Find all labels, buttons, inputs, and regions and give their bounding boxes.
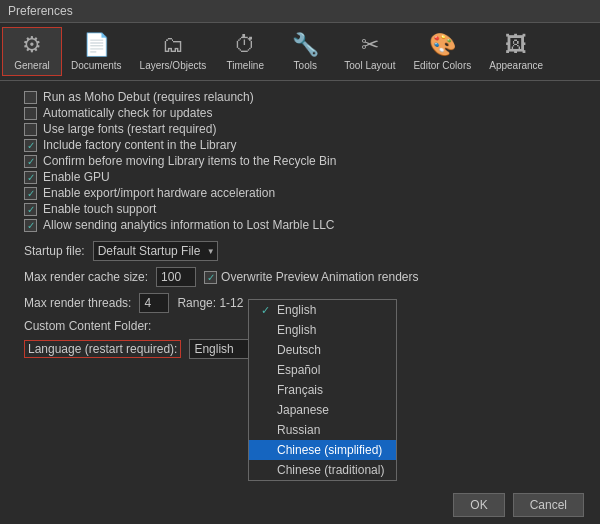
checkbox-row-run-debut: Run as Moho Debut (requires relaunch) [16,89,584,105]
language-dropdown: ✓ English English Deutsch Español França… [248,299,397,481]
check-english: ✓ [261,304,273,317]
startup-label: Startup file: [24,244,85,258]
checkbox-export-import[interactable]: ✓ [24,187,37,200]
dropdown-item-russian[interactable]: Russian [249,420,396,440]
editor-colors-label: Editor Colors [413,60,471,71]
toolbar-item-documents[interactable]: 📄 Documents [62,27,131,76]
overwrite-label: Overwrite Preview Animation renders [221,270,418,284]
checkbox-label-analytics: Allow sending analytics information to L… [43,218,334,232]
documents-icon: 📄 [83,32,110,58]
toolbar-item-editor-colors[interactable]: 🎨 Editor Colors [404,27,480,76]
ok-button[interactable]: OK [453,493,504,517]
checkbox-auto-check[interactable] [24,107,37,120]
cache-label: Max render cache size: [24,270,148,284]
dropdown-label-japanese: Japanese [277,403,329,417]
threads-label: Max render threads: [24,296,131,310]
checkbox-label-auto-check: Automatically check for updates [43,106,212,120]
checkbox-label-large-fonts: Use large fonts (restart required) [43,122,216,136]
appearance-icon: 🖼 [505,32,527,58]
checkbox-label-touch-support: Enable touch support [43,202,156,216]
overwrite-check-row: ✓ Overwrite Preview Animation renders [204,270,418,284]
tool-layout-icon: ✂ [361,32,379,58]
toolbar-item-appearance[interactable]: 🖼 Appearance [480,27,552,76]
dropdown-label-russian: Russian [277,423,320,437]
dropdown-item-chinese-traditional[interactable]: Chinese (traditional) [249,460,396,480]
editor-colors-icon: 🎨 [429,32,456,58]
dropdown-item-english[interactable]: ✓ English [249,300,396,320]
cache-row: Max render cache size: ✓ Overwrite Previ… [16,267,584,287]
checkbox-label-enable-gpu: Enable GPU [43,170,110,184]
dropdown-label-francais: Français [277,383,323,397]
bottom-buttons: OK Cancel [453,493,584,517]
toolbar: ⚙ General 📄 Documents 🗂 Layers/Objects ⏱… [0,23,600,81]
checkbox-row-factory-content: ✓ Include factory content in the Library [16,137,584,153]
layers-label: Layers/Objects [140,60,207,71]
checkbox-row-confirm-recycle: ✓ Confirm before moving Library items to… [16,153,584,169]
startup-file-row: Startup file: Default Startup File [16,241,584,261]
cache-input[interactable] [156,267,196,287]
dropdown-label-deutsch: Deutsch [277,343,321,357]
toolbar-item-timeline[interactable]: ⏱ Timeline [215,27,275,76]
dropdown-item-chinese-simplified[interactable]: Chinese (simplified) [249,440,396,460]
checkbox-row-export-import: ✓ Enable export/import hardware accelera… [16,185,584,201]
checkbox-label-confirm-recycle: Confirm before moving Library items to t… [43,154,336,168]
checkbox-touch-support[interactable]: ✓ [24,203,37,216]
appearance-label: Appearance [489,60,543,71]
checkbox-row-analytics: ✓ Allow sending analytics information to… [16,217,584,233]
content-area: Run as Moho Debut (requires relaunch) Au… [0,81,600,524]
startup-select[interactable]: Default Startup File [93,241,218,261]
checkbox-large-fonts[interactable] [24,123,37,136]
toolbar-item-tools[interactable]: 🔧 Tools [275,27,335,76]
tool-layout-label: Tool Layout [344,60,395,71]
custom-folder-label: Custom Content Folder: [24,319,151,333]
dropdown-item-deutsch[interactable]: Deutsch [249,340,396,360]
overwrite-checkbox[interactable]: ✓ [204,271,217,284]
dropdown-label-chinese-traditional: Chinese (traditional) [277,463,384,477]
tools-label: Tools [294,60,317,71]
range-label: Range: 1-12 [177,296,243,310]
checkbox-enable-gpu[interactable]: ✓ [24,171,37,184]
dropdown-item-japanese[interactable]: Japanese [249,400,396,420]
dropdown-label-espanol: Español [277,363,320,377]
dropdown-item-espanol[interactable]: Español [249,360,396,380]
tools-icon: 🔧 [292,32,319,58]
dropdown-item-english2[interactable]: English [249,320,396,340]
documents-label: Documents [71,60,122,71]
dropdown-label-english: English [277,303,316,317]
checkbox-row-auto-check: Automatically check for updates [16,105,584,121]
timeline-label: Timeline [227,60,264,71]
startup-select-wrapper: Default Startup File [93,241,218,261]
checkbox-row-enable-gpu: ✓ Enable GPU [16,169,584,185]
cancel-button[interactable]: Cancel [513,493,584,517]
checkbox-analytics[interactable]: ✓ [24,219,37,232]
toolbar-item-general[interactable]: ⚙ General [2,27,62,76]
toolbar-item-layers[interactable]: 🗂 Layers/Objects [131,27,216,76]
general-icon: ⚙ [22,32,42,58]
threads-input[interactable] [139,293,169,313]
checkbox-row-touch-support: ✓ Enable touch support [16,201,584,217]
title-bar: Preferences [0,0,600,23]
general-label: General [14,60,50,71]
checkbox-row-large-fonts: Use large fonts (restart required) [16,121,584,137]
dropdown-label-chinese-simplified: Chinese (simplified) [277,443,382,457]
toolbar-item-tool-layout[interactable]: ✂ Tool Layout [335,27,404,76]
checkbox-label-factory-content: Include factory content in the Library [43,138,236,152]
layers-icon: 🗂 [162,32,184,58]
dropdown-item-francais[interactable]: Français [249,380,396,400]
checkbox-label-run-debut: Run as Moho Debut (requires relaunch) [43,90,254,104]
checkbox-confirm-recycle[interactable]: ✓ [24,155,37,168]
checkbox-factory-content[interactable]: ✓ [24,139,37,152]
checkbox-label-export-import: Enable export/import hardware accelerati… [43,186,275,200]
window-title: Preferences [8,4,73,18]
checkbox-run-debut[interactable] [24,91,37,104]
timeline-icon: ⏱ [234,32,256,58]
dropdown-label-english2: English [277,323,316,337]
language-label: Language (restart required): [24,340,181,358]
